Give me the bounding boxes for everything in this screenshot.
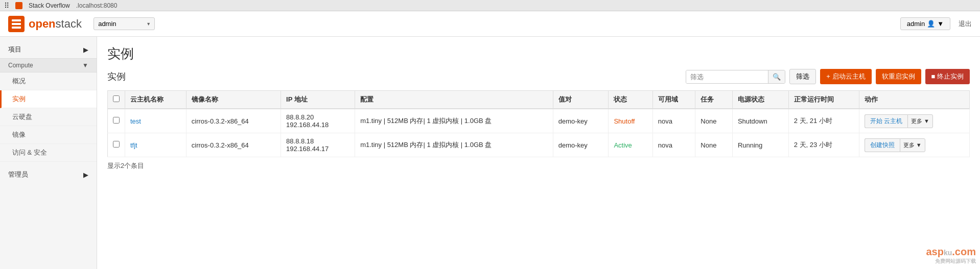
sidebar-item-images[interactable]: 镜像 <box>0 126 97 144</box>
cell-power-1: Running <box>732 133 788 157</box>
sidebar-admin-section: 管理员 ▶ <box>0 166 97 183</box>
table-row: tfjt cirros-0.3.2-x86_64 88.8.8.18192.16… <box>108 133 970 157</box>
col-ip: IP 地址 <box>281 91 355 109</box>
filter-button[interactable]: 筛选 <box>789 69 816 84</box>
cell-name-1: tfjt <box>125 133 186 157</box>
cell-image-0: cirros-0.3.2-x86_64 <box>186 109 281 133</box>
openstack-logo <box>8 16 25 32</box>
instance-link-0[interactable]: test <box>130 117 141 125</box>
table-footer: 显示2个条目 <box>107 161 970 170</box>
cell-uptime-0: 2 天, 21 小时 <box>788 109 859 133</box>
cell-image-1: cirros-0.3.2-x86_64 <box>186 133 281 157</box>
cell-keypair-1: demo-key <box>553 133 609 157</box>
page-title: 实例 <box>107 45 970 63</box>
sidebar: 项目 ▶ Compute ▼ 概况 实例 云硬盘 镜像 访问 & 安全 管理员 … <box>0 37 97 269</box>
cell-power-0: Shutdown <box>732 109 788 133</box>
action-split-0: 开始 云主机 更多 ▼ <box>865 114 933 128</box>
compute-label: Compute <box>8 62 33 69</box>
project-label: 项目 <box>8 45 21 54</box>
action-split-1: 创建快照 更多 ▼ <box>865 138 925 152</box>
cell-ip-1: 88.8.8.18192.168.44.17 <box>281 133 355 157</box>
cell-name-0: test <box>125 109 186 133</box>
search-icon: 🔍 <box>773 73 781 81</box>
admin-label: admin <box>907 20 925 28</box>
logo-area: openstack admin <box>8 16 155 32</box>
cell-flavor-1: m1.tiny | 512MB 内存| 1 虚拟内核 | 1.0GB 盘 <box>355 133 553 157</box>
sidebar-item-volumes[interactable]: 云硬盘 <box>0 108 97 126</box>
col-image: 镜像名称 <box>186 91 281 109</box>
cell-zone-1: nova <box>652 133 695 157</box>
logout-button[interactable]: 退出 <box>959 19 972 29</box>
launch-instance-button[interactable]: + 启动云主机 <box>820 69 871 84</box>
cell-status-0: Shutoff <box>609 109 652 133</box>
search-box: 🔍 <box>686 70 785 84</box>
instances-table: 云主机名称 镜像名称 IP 地址 配置 值对 状态 可用域 任务 电源状态 正常… <box>107 90 970 157</box>
project-select[interactable]: admin <box>94 17 155 30</box>
cell-action-0: 开始 云主机 更多 ▼ <box>859 109 969 133</box>
project-selector-wrapper[interactable]: admin <box>94 17 155 30</box>
sidebar-item-access[interactable]: 访问 & 安全 <box>0 144 97 162</box>
col-action: 动作 <box>859 91 969 109</box>
section-header: 实例 🔍 筛选 + 启动云主机 软重启实例 ■ 终止实例 <box>107 69 970 84</box>
admin-menu-button[interactable]: admin 👤 ▼ <box>900 17 950 30</box>
col-task: 任务 <box>695 91 733 109</box>
sidebar-item-overview[interactable]: 概况 <box>0 72 97 90</box>
cell-keypair-0: demo-key <box>553 109 609 133</box>
col-power: 电源状态 <box>732 91 788 109</box>
col-uptime: 正常运行时间 <box>788 91 859 109</box>
browser-bar: ⠿ Stack Overflow .localhost:8080 <box>0 0 980 11</box>
header-right: admin 👤 ▼ 退出 <box>900 17 972 30</box>
tab-title: Stack Overflow <box>29 2 70 9</box>
select-all-checkbox[interactable] <box>113 95 120 102</box>
url-display: .localhost:8080 <box>76 2 118 9</box>
cell-zone-0: nova <box>652 109 695 133</box>
col-name: 云主机名称 <box>125 91 186 109</box>
watermark: aspku.com 免费网站源码下载 <box>926 246 976 265</box>
search-button[interactable]: 🔍 <box>768 70 785 83</box>
search-input[interactable] <box>686 70 768 83</box>
dropdown-action-btn-0[interactable]: 更多 ▼ <box>907 114 933 128</box>
cell-task-1: None <box>695 133 733 157</box>
cell-ip-0: 88.8.8.20192.168.44.18 <box>281 109 355 133</box>
svg-rect-0 <box>12 19 21 21</box>
admin-section-title[interactable]: 管理员 ▶ <box>0 166 97 183</box>
watermark-sub: 免费网站源码下载 <box>926 258 976 265</box>
section-title: 实例 <box>107 70 126 83</box>
section-actions: 🔍 筛选 + 启动云主机 软重启实例 ■ 终止实例 <box>686 69 970 84</box>
col-keypair: 值对 <box>553 91 609 109</box>
dropdown-arrow: ▼ <box>937 20 944 28</box>
table-row: test cirros-0.3.2-x86_64 88.8.8.20192.16… <box>108 109 970 133</box>
logo-text: openstack <box>29 17 82 31</box>
favicon <box>15 2 22 9</box>
content-area: 实例 实例 🔍 筛选 + 启动云主机 软重启实例 ■ 终止实例 <box>97 37 980 269</box>
sidebar-item-instances[interactable]: 实例 <box>0 90 97 108</box>
row-checkbox-1[interactable] <box>113 141 120 148</box>
apps-icon[interactable]: ⠿ <box>4 2 9 10</box>
col-status: 状态 <box>609 91 652 109</box>
col-flavor: 配置 <box>355 91 553 109</box>
sidebar-project-section[interactable]: 项目 ▶ <box>0 41 97 58</box>
svg-rect-1 <box>12 23 21 25</box>
main-layout: 项目 ▶ Compute ▼ 概况 实例 云硬盘 镜像 访问 & 安全 管理员 … <box>0 37 980 269</box>
cell-task-0: None <box>695 109 733 133</box>
app-header: openstack admin admin 👤 ▼ 退出 <box>0 11 980 37</box>
compute-arrow: ▼ <box>82 62 88 69</box>
project-arrow: ▶ <box>83 46 88 54</box>
cell-uptime-1: 2 天, 23 小时 <box>788 133 859 157</box>
instance-link-1[interactable]: tfjt <box>130 141 137 149</box>
main-action-btn-1[interactable]: 创建快照 <box>865 138 900 152</box>
cell-status-1: Active <box>609 133 652 157</box>
reboot-instance-button[interactable]: 软重启实例 <box>876 69 921 84</box>
cell-flavor-0: m1.tiny | 512MB 内存| 1 虚拟内核 | 1.0GB 盘 <box>355 109 553 133</box>
row-checkbox-0[interactable] <box>113 117 120 124</box>
col-zone: 可用域 <box>652 91 695 109</box>
main-action-btn-0[interactable]: 开始 云主机 <box>865 114 907 128</box>
user-icon: 👤 <box>927 20 935 28</box>
cell-action-1: 创建快照 更多 ▼ <box>859 133 969 157</box>
dropdown-action-btn-1[interactable]: 更多 ▼ <box>900 138 925 152</box>
terminate-instance-button[interactable]: ■ 终止实例 <box>925 69 970 84</box>
svg-rect-2 <box>12 27 21 29</box>
sidebar-compute-group[interactable]: Compute ▼ <box>0 58 97 72</box>
